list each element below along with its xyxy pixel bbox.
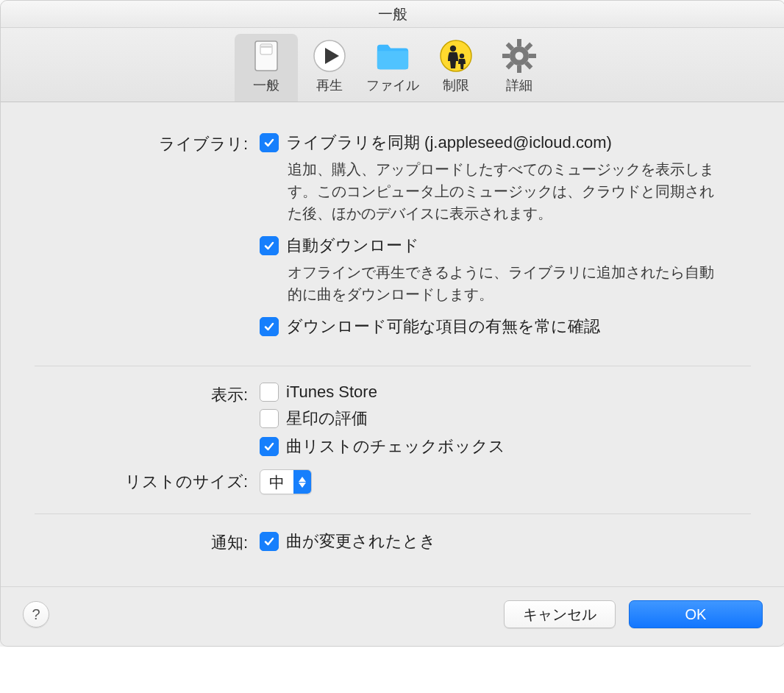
svg-point-17 (516, 52, 524, 60)
svg-rect-10 (517, 65, 521, 73)
svg-marker-18 (299, 477, 306, 482)
tab-playback[interactable]: 再生 (298, 34, 361, 102)
song-changed-label: 曲が変更されたとき (286, 530, 436, 552)
stepper-arrows-icon (293, 470, 311, 494)
tab-label: 詳細 (506, 77, 532, 94)
play-icon (312, 38, 347, 74)
list-size-value: 中 (260, 470, 293, 494)
library-label: ライブラリ: (35, 132, 260, 155)
tab-advanced[interactable]: 詳細 (488, 34, 551, 102)
check-downloads-checkbox[interactable] (260, 317, 279, 336)
tab-label: 制限 (443, 77, 469, 94)
gear-icon (502, 38, 537, 74)
svg-rect-12 (529, 54, 536, 58)
svg-rect-9 (517, 39, 521, 46)
star-ratings-checkbox[interactable] (260, 409, 279, 428)
folder-icon (375, 38, 410, 74)
list-size-label: リストのサイズ: (35, 469, 260, 493)
svg-rect-2 (260, 46, 272, 48)
check-downloads-label: ダウンロード可能な項目の有無を常に確認 (286, 316, 600, 338)
sync-library-checkbox[interactable] (260, 133, 279, 152)
preferences-toolbar: 一般 再生 ファイル (1, 28, 784, 102)
itunes-store-label: iTunes Store (286, 383, 377, 402)
tab-files[interactable]: ファイル (361, 34, 424, 102)
svg-point-6 (450, 46, 456, 51)
section-display: 表示: iTunes Store 星印の評価 (35, 366, 751, 505)
ok-button[interactable]: OK (629, 600, 763, 628)
help-button[interactable]: ? (23, 601, 49, 628)
section-notifications: 通知: 曲が変更されたとき (35, 513, 751, 572)
list-size-select[interactable]: 中 (260, 469, 312, 494)
auto-download-desc: オフラインで再生できるように、ライブラリに追加されたら自動的に曲をダウンロードし… (288, 261, 714, 305)
auto-download-label: 自動ダウンロード (286, 235, 419, 257)
song-changed-checkbox[interactable] (260, 532, 279, 551)
song-checkboxes-label: 曲リストのチェックボックス (286, 436, 505, 458)
tab-label: 一般 (253, 77, 279, 94)
svg-rect-11 (502, 54, 510, 58)
preferences-footer: ? キャンセル OK (1, 586, 784, 646)
tab-restrictions[interactable]: 制限 (424, 34, 488, 102)
parental-icon (438, 38, 474, 74)
sync-library-desc: 追加、購入、アップロードしたすべてのミュージックを表示します。このコンピュータ上… (288, 158, 714, 224)
sync-library-label: ライブラリを同期 (j.appleseed@icloud.com) (286, 132, 612, 154)
tab-label: ファイル (366, 77, 419, 94)
switch-icon (249, 38, 284, 74)
itunes-store-checkbox[interactable] (260, 383, 279, 402)
auto-download-checkbox[interactable] (260, 236, 279, 255)
tab-general[interactable]: 一般 (235, 34, 298, 102)
svg-point-7 (460, 54, 464, 58)
tab-label: 再生 (316, 77, 343, 94)
window-title: 一般 (1, 1, 784, 28)
cancel-button[interactable]: キャンセル (504, 600, 616, 628)
display-label: 表示: (35, 383, 260, 406)
star-ratings-label: 星印の評価 (286, 408, 368, 430)
preferences-content: ライブラリ: ライブラリを同期 (j.appleseed@icloud.com)… (1, 102, 784, 586)
song-checkboxes-checkbox[interactable] (260, 437, 279, 456)
preferences-window: 一般 一般 再生 (0, 0, 784, 647)
section-library: ライブラリ: ライブラリを同期 (j.appleseed@icloud.com)… (35, 124, 751, 357)
notifications-label: 通知: (35, 530, 260, 554)
svg-marker-19 (299, 483, 306, 488)
